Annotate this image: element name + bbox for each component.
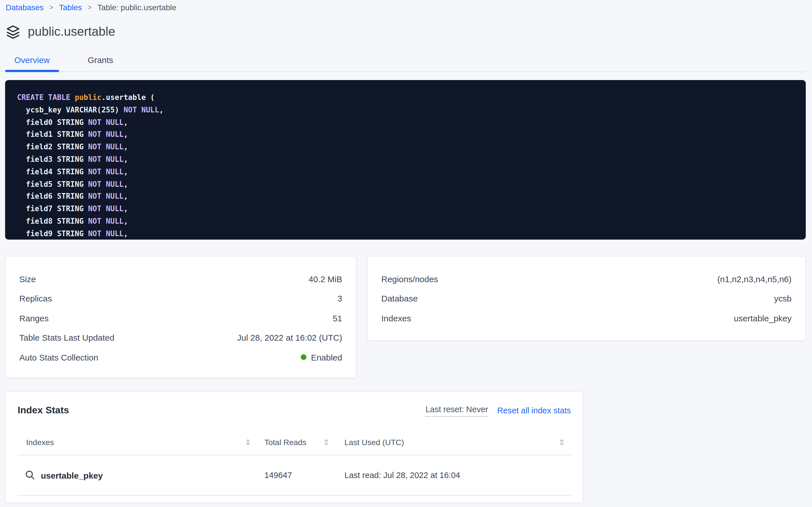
stat-value: 3 [337, 294, 342, 303]
sql-line: field6 STRING NOT NULL, [17, 190, 792, 203]
breadcrumb-link-databases[interactable]: Databases [6, 3, 44, 12]
tab-overview[interactable]: Overview [5, 48, 59, 71]
sql-line: field9 STRING NOT NULL, [17, 228, 792, 240]
stat-row-size: Size 40.2 MiB [19, 269, 342, 289]
index-table-row: usertable_pkey 149647 Last read: Jul 28,… [17, 455, 571, 496]
index-name-cell: usertable_pkey [17, 470, 256, 480]
page-header: public.usertable [6, 23, 115, 41]
reset-index-stats-link[interactable]: Reset all index stats [497, 406, 571, 415]
stat-row-stats-updated: Table Stats Last Updated Jul 28, 2022 at… [19, 328, 342, 347]
breadcrumb-current: Table: public.usertable [97, 3, 177, 12]
sql-line: CREATE TABLE public.usertable ( [17, 92, 792, 104]
table-details-page: Databases > Tables > Table: public.usert… [0, 0, 812, 507]
index-stats-table: Indexes Total Reads Last Used (UTC) [17, 430, 571, 496]
screenshot-viewport: Databases > Tables > Table: public.usert… [0, 0, 812, 507]
sql-line: field2 STRING NOT NULL, [17, 141, 792, 153]
column-header-last-used[interactable]: Last Used (UTC) [334, 438, 571, 447]
column-label: Last Used (UTC) [345, 438, 404, 447]
stat-value: 40.2 MiB [309, 274, 342, 284]
table-meta-card: Regions/nodes (n1,n2,n3,n4,n5,n6) Databa… [367, 256, 806, 341]
tab-grants[interactable]: Grants [75, 48, 126, 71]
column-label: Indexes [26, 438, 54, 447]
stat-row-indexes: Indexes usertable_pkey [381, 308, 792, 328]
chevron-right-icon: > [88, 3, 91, 11]
stat-value: Enabled [301, 352, 342, 362]
last-reset-label: Last reset: Never [426, 404, 488, 416]
breadcrumb-link-tables[interactable]: Tables [59, 3, 82, 12]
stat-label: Database [381, 294, 418, 303]
stat-label: Ranges [19, 314, 49, 323]
table-stats-section: Size 40.2 MiB Replicas 3 Ranges 51 Table… [5, 256, 806, 378]
tab-overview-label: Overview [14, 55, 50, 64]
sql-line: field8 STRING NOT NULL, [17, 215, 792, 228]
stack-icon [6, 24, 20, 39]
stat-label: Replicas [19, 294, 52, 303]
status-text: Enabled [311, 352, 342, 362]
index-stats-heading: Index Stats [17, 405, 69, 416]
stat-row-regions-nodes: Regions/nodes (n1,n2,n3,n4,n5,n6) [381, 269, 792, 289]
sql-line: field4 STRING NOT NULL, [17, 166, 792, 178]
sort-icon [560, 439, 564, 446]
sql-line: field3 STRING NOT NULL, [17, 153, 792, 166]
index-table-header-row: Indexes Total Reads Last Used (UTC) [17, 430, 571, 455]
column-header-indexes[interactable]: Indexes [17, 438, 256, 447]
active-tab-underline [5, 70, 59, 72]
stat-label: Table Stats Last Updated [19, 333, 114, 343]
stat-row-auto-stats: Auto Stats Collection Enabled [19, 347, 342, 367]
stat-row-ranges: Ranges 51 [19, 308, 342, 328]
search-icon [25, 470, 35, 480]
stat-value: 51 [333, 314, 342, 323]
index-stats-header: Index Stats Last reset: Never Reset all … [17, 404, 571, 417]
stat-row-replicas: Replicas 3 [19, 289, 342, 308]
stat-value: Jul 28, 2022 at 16:02 (UTC) [237, 333, 342, 343]
stat-value: usertable_pkey [734, 314, 792, 323]
stat-label: Indexes [381, 314, 411, 323]
tab-bar: Overview Grants [5, 48, 806, 72]
column-header-total-reads[interactable]: Total Reads [256, 438, 334, 447]
page-title: public.usertable [28, 24, 115, 39]
stat-value: ycsb [774, 294, 792, 303]
sort-icon [324, 439, 328, 446]
tab-grants-label: Grants [88, 55, 113, 64]
index-name-link[interactable]: usertable_pkey [41, 470, 103, 480]
stat-row-database: Database ycsb [381, 289, 792, 308]
create-table-statement: CREATE TABLE public.usertable ( ycsb_key… [5, 80, 806, 240]
index-stats-actions: Last reset: Never Reset all index stats [426, 404, 571, 416]
stat-label: Size [19, 274, 36, 284]
column-label: Total Reads [264, 438, 306, 447]
sort-icon [246, 439, 250, 446]
sql-line: ycsb_key VARCHAR(255) NOT NULL, [17, 104, 792, 116]
sql-line: field0 STRING NOT NULL, [17, 116, 792, 129]
status-dot-green [301, 354, 306, 360]
last-used-value: Last read: Jul 28, 2022 at 16:04 [334, 471, 571, 480]
breadcrumb: Databases > Tables > Table: public.usert… [6, 3, 177, 12]
index-stats-card: Index Stats Last reset: Never Reset all … [5, 391, 583, 503]
sql-line: field5 STRING NOT NULL, [17, 178, 792, 190]
sql-line: field1 STRING NOT NULL, [17, 129, 792, 141]
total-reads-value: 149647 [256, 471, 334, 480]
table-stats-card: Size 40.2 MiB Replicas 3 Ranges 51 Table… [5, 256, 356, 378]
stat-label: Regions/nodes [381, 274, 438, 284]
stat-value: (n1,n2,n3,n4,n5,n6) [717, 274, 792, 284]
stat-label: Auto Stats Collection [19, 352, 99, 362]
sql-line: field7 STRING NOT NULL, [17, 203, 792, 215]
chevron-right-icon: > [49, 3, 53, 11]
